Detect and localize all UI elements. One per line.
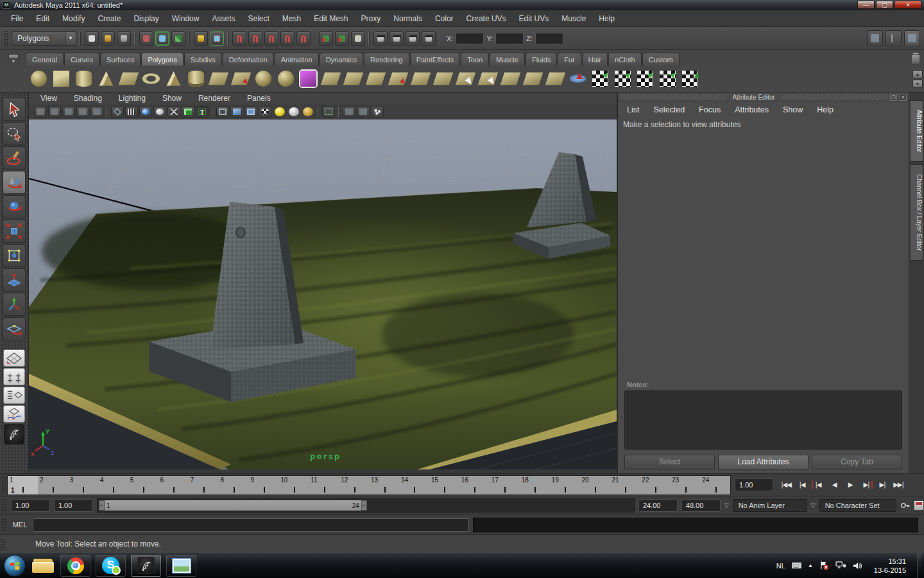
shelf-tab-ncloth[interactable]: nCloth	[608, 53, 642, 66]
anim-layer-field[interactable]: No Anim Layer	[733, 499, 807, 512]
shelf-tab-surfaces[interactable]: Surfaces	[100, 53, 141, 66]
polygon-plane-icon[interactable]	[118, 68, 139, 89]
frame-20[interactable]: 20	[580, 476, 610, 495]
shelf-tab-animation[interactable]: Animation	[275, 53, 319, 66]
timeline-ruler[interactable]: 1234567891011121314151617181920212223241	[7, 475, 731, 495]
frame-14[interactable]: 14	[399, 476, 429, 495]
shelf-tab-polygons[interactable]: Polygons	[141, 53, 183, 66]
sculpt-geometry-icon[interactable]	[567, 68, 588, 89]
textured-ball-icon[interactable]	[259, 106, 271, 118]
menu-normals[interactable]: Normals	[388, 12, 428, 26]
frame-4[interactable]: 4	[98, 476, 128, 495]
wireframe-cube-icon[interactable]	[216, 106, 229, 118]
persp-graph-layout-icon[interactable]	[3, 405, 25, 423]
mirror-geometry-icon[interactable]	[365, 68, 386, 89]
last-tool[interactable]	[3, 317, 26, 340]
film-gate-icon[interactable]	[125, 106, 138, 118]
frame-5[interactable]: 5	[128, 476, 158, 495]
ae-menu-list[interactable]: List	[627, 105, 639, 114]
boolean-union-icon[interactable]	[275, 68, 296, 89]
current-time-field[interactable]: 1.00	[735, 478, 773, 491]
panel-menu-panels[interactable]: Panels	[247, 94, 271, 103]
notes-textarea[interactable]	[624, 390, 902, 450]
frame-22[interactable]: 22	[640, 476, 670, 495]
auto-keyframe-icon[interactable]	[900, 500, 911, 511]
new-scene-icon[interactable]	[85, 31, 99, 46]
x-input[interactable]	[456, 33, 484, 44]
select-hierarchy-icon[interactable]	[139, 31, 153, 46]
snap-surface-icon[interactable]	[296, 31, 311, 46]
helpline-drag-handle[interactable]	[0, 538, 6, 550]
group-divider[interactable]	[367, 31, 372, 46]
uv-cylindrical-map-icon[interactable]	[612, 68, 633, 89]
range-bar[interactable]: ⌐ 1 24 ⌐	[99, 500, 367, 511]
ipr-render-icon[interactable]	[406, 31, 420, 46]
playback-speed-dropdown-icon[interactable]: ▽	[724, 502, 729, 509]
frame-13[interactable]: 13	[369, 476, 399, 495]
panel-close-icon[interactable]: ✕	[900, 94, 907, 101]
ae-menu-show[interactable]: Show	[783, 105, 803, 114]
flat-shade-cube-icon[interactable]	[244, 106, 257, 118]
menu-create[interactable]: Create	[92, 12, 126, 26]
keyboard-icon[interactable]	[791, 561, 802, 570]
menu-set-value[interactable]: Polygons	[12, 31, 65, 46]
panel-menu-show[interactable]: Show	[162, 94, 182, 103]
step-back-frame-button[interactable]: |◀	[794, 478, 810, 492]
menu-mesh[interactable]: Mesh	[277, 12, 307, 26]
camera-attributes-icon[interactable]	[48, 106, 61, 118]
uv-spherical-map-icon[interactable]	[635, 68, 656, 89]
shelf-menu-button[interactable]	[8, 54, 19, 59]
open-scene-icon[interactable]	[101, 31, 115, 46]
split-polygon-icon[interactable]	[477, 68, 499, 89]
language-indicator[interactable]: NL	[776, 562, 785, 570]
frame-12[interactable]: 12	[339, 476, 369, 495]
ae-menu-attributes[interactable]: Attributes	[735, 105, 769, 114]
maya-dragon-icon[interactable]	[4, 424, 24, 444]
menu-proxy[interactable]: Proxy	[355, 12, 387, 26]
animation-start-field[interactable]: 1.00	[11, 499, 50, 512]
shelf-scroll-down-icon[interactable]: ▼	[912, 80, 923, 88]
all-lights-icon[interactable]	[273, 106, 286, 118]
frame-16[interactable]: 16	[459, 476, 490, 495]
grid-display-icon[interactable]	[111, 106, 124, 118]
chrome-icon[interactable]	[60, 555, 90, 577]
shelf-tab-subdivs[interactable]: Subdivs	[184, 53, 222, 66]
anim-preferences-icon[interactable]	[914, 500, 924, 511]
smooth-icon[interactable]	[298, 68, 319, 89]
duplicate-face-icon[interactable]	[230, 68, 252, 89]
show-desktop-button[interactable]	[917, 553, 921, 578]
range-track[interactable]: ⌐ 1 24 ⌐	[97, 498, 635, 512]
action-center-icon[interactable]	[819, 561, 830, 570]
panel-menu-renderer[interactable]: Renderer	[198, 94, 230, 103]
menu-window[interactable]: Window	[166, 12, 205, 26]
show-manipulator-tool[interactable]	[3, 293, 26, 316]
shelf-scroll-up-icon[interactable]: ▲	[912, 70, 923, 78]
no-lights-icon[interactable]	[302, 106, 314, 118]
step-forward-frame-button[interactable]: ▶|	[875, 478, 890, 492]
snap-grid-icon[interactable]	[232, 31, 246, 46]
uv-automatic-map-icon[interactable]	[657, 68, 678, 89]
frame-18[interactable]: 18	[520, 476, 550, 495]
soften-edge-icon[interactable]	[545, 68, 566, 89]
menu-file[interactable]: File	[5, 12, 29, 26]
bridge-icon[interactable]	[432, 68, 454, 89]
select-button[interactable]: Select	[624, 455, 715, 469]
photo-viewer-icon[interactable]	[166, 555, 196, 577]
outliner-persp-layout-icon[interactable]	[3, 387, 25, 404]
textured-channel-icon[interactable]	[196, 106, 209, 118]
triangulate-icon[interactable]	[320, 68, 341, 89]
ae-menu-focus[interactable]: Focus	[699, 105, 721, 114]
mel-label[interactable]: MEL	[7, 521, 33, 529]
polygon-cylinder-icon[interactable]	[73, 68, 94, 89]
minimize-button[interactable]: —	[857, 1, 875, 9]
z-input[interactable]	[535, 33, 563, 44]
menu-edit-uvs[interactable]: Edit UVs	[513, 12, 555, 26]
group-divider[interactable]	[78, 31, 83, 46]
shelf-tab-hair[interactable]: Hair	[582, 53, 608, 66]
hypergraph-connections-icon[interactable]	[371, 106, 384, 118]
lock-selection-icon[interactable]	[194, 31, 208, 46]
menu-help[interactable]: Help	[593, 12, 620, 26]
two-d-pan-zoom-icon[interactable]	[90, 106, 103, 118]
select-camera-icon[interactable]	[34, 106, 47, 118]
polygon-cone-icon[interactable]	[96, 68, 117, 89]
